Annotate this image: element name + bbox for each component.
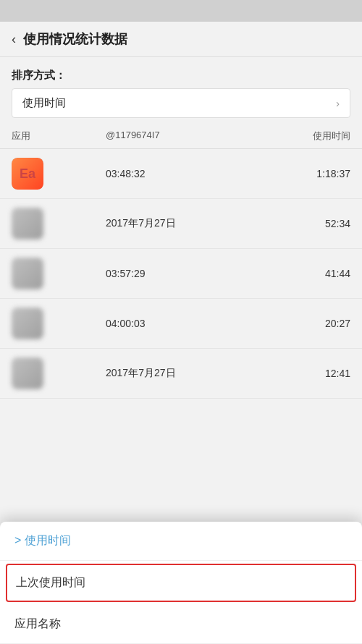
- app-date: 04:00:03: [106, 318, 292, 329]
- app-icon-area: [12, 357, 106, 389]
- app-time: 1:18:37: [292, 168, 350, 179]
- dropdown-item-usage-time[interactable]: 使用时间: [0, 522, 362, 561]
- app-time: 52:34: [292, 218, 350, 229]
- app-time: 12:41: [292, 368, 350, 379]
- dropdown-item-last-used[interactable]: 上次使用时间: [6, 564, 356, 602]
- header: ‹ 使用情况统计数据: [0, 22, 362, 57]
- app-icon-area: Ea: [12, 158, 106, 190]
- chevron-right-icon: ›: [336, 97, 340, 109]
- back-button[interactable]: ‹: [12, 32, 16, 47]
- app-icon-area: [12, 208, 106, 240]
- sort-section: 排序方式： 使用时间 ›: [0, 57, 362, 124]
- app-date: 03:57:29: [106, 268, 292, 279]
- app-icon-blurred: [12, 258, 43, 289]
- app-date: 2017年7月27日: [106, 217, 292, 230]
- page-title: 使用情况统计数据: [23, 30, 127, 48]
- table-row: 03:57:29 41:44: [0, 249, 362, 299]
- col-header-app: 应用: [12, 130, 106, 143]
- col-header-time: 使用时间: [292, 130, 350, 143]
- table-row: 04:00:03 20:27: [0, 299, 362, 349]
- status-bar: [0, 0, 362, 22]
- table-row: 2017年7月27日 52:34: [0, 199, 362, 249]
- sort-selector[interactable]: 使用时间 ›: [12, 88, 350, 118]
- dropdown-item-app-name[interactable]: 应用名称: [0, 605, 362, 644]
- app-icon-blurred: [12, 208, 43, 240]
- app-date: 2017年7月27日: [106, 367, 292, 380]
- app-time: 41:44: [292, 268, 350, 279]
- app-icon-area: [12, 258, 106, 289]
- sort-dropdown: 使用时间 上次使用时间 应用名称: [0, 522, 362, 644]
- app-icon: Ea: [12, 158, 43, 190]
- app-icon-area: [12, 308, 106, 339]
- table-body: Ea 03:48:32 1:18:37 2017年7月27日 52:34 03:…: [0, 149, 362, 399]
- app-icon-blurred: [12, 308, 43, 339]
- table-row: Ea 03:48:32 1:18:37: [0, 149, 362, 199]
- sort-selector-text: 使用时间: [22, 96, 66, 110]
- app-icon-blurred: [12, 357, 43, 389]
- col-header-date: @1179674I7: [106, 130, 292, 143]
- table-row: 2017年7月27日 12:41: [0, 349, 362, 399]
- app-time: 20:27: [292, 318, 350, 329]
- app-date: 03:48:32: [106, 168, 292, 179]
- main-screen: ‹ 使用情况统计数据 排序方式： 使用时间 › 应用 @1179674I7 使用…: [0, 0, 362, 644]
- app-icon-text: Ea: [12, 158, 43, 190]
- table-header: 应用 @1179674I7 使用时间: [0, 124, 362, 149]
- sort-label: 排序方式：: [12, 69, 350, 82]
